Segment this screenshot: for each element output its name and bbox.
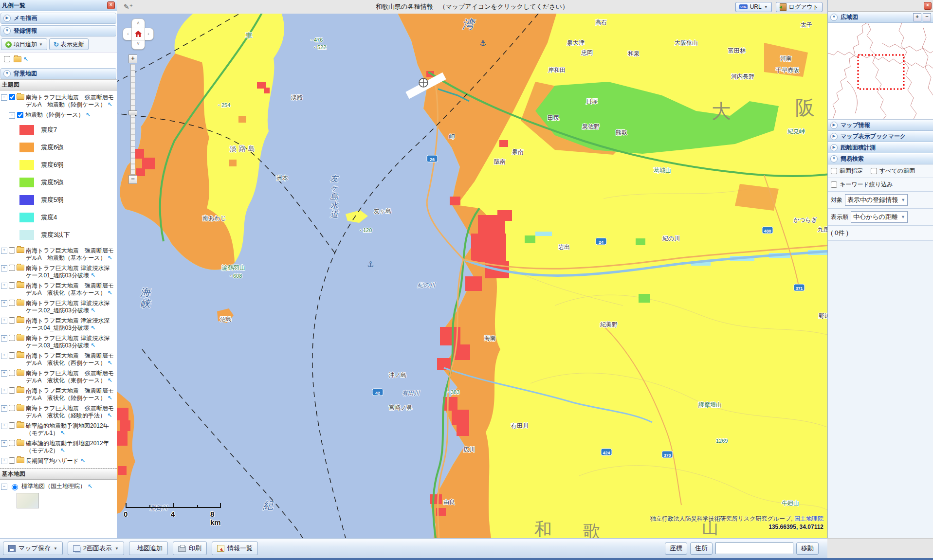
layer-checkbox[interactable] bbox=[9, 440, 15, 446]
layer-checkbox[interactable] bbox=[9, 94, 15, 100]
jump-to-icon[interactable]: ↖ bbox=[108, 395, 112, 401]
layer-checkbox[interactable] bbox=[9, 265, 15, 271]
jump-to-icon[interactable]: ↖ bbox=[108, 101, 112, 108]
zoom-out-button[interactable]: − bbox=[128, 175, 137, 184]
overview-map[interactable] bbox=[828, 23, 933, 120]
expand-icon[interactable]: + bbox=[1, 335, 7, 342]
layer-label: 南海トラフ巨大地震 津波浸水深 ケース01_堤防03分破壊 ↖ bbox=[26, 265, 116, 279]
expand-icon[interactable]: + bbox=[1, 265, 7, 271]
jump-to-icon[interactable]: ↖ bbox=[108, 254, 112, 261]
target-select[interactable]: 表示中の登録情報 ▼ bbox=[845, 194, 908, 206]
印刷-button[interactable]: 印刷 bbox=[173, 542, 207, 555]
layer-label: 南海トラフ巨大地震 強震断層モデルA 地震動（陸側ケース） ↖ bbox=[26, 94, 116, 108]
order-select[interactable]: 中心からの距離 ▼ bbox=[851, 211, 908, 223]
logout-button[interactable]: ログアウト bbox=[776, 2, 823, 12]
expand-icon[interactable]: + bbox=[1, 283, 7, 289]
jump-to-icon[interactable]: ↖ bbox=[60, 430, 65, 436]
jump-to-icon[interactable]: ↖ bbox=[86, 111, 91, 118]
2画面表示-button[interactable]: 2画面表示▼ bbox=[68, 542, 124, 555]
expand-icon[interactable]: + bbox=[1, 300, 7, 307]
expand-icon[interactable]: + bbox=[1, 440, 7, 447]
jump-to-icon[interactable]: ↖ bbox=[88, 484, 92, 489]
collapse-icon[interactable]: − bbox=[1, 94, 7, 101]
layer-checkbox[interactable] bbox=[9, 282, 15, 289]
overview-zoom-in-button[interactable]: + bbox=[913, 13, 921, 21]
sublayer-checkbox[interactable] bbox=[17, 112, 23, 118]
base-layer-radio[interactable] bbox=[12, 484, 18, 490]
pan-down-button[interactable]: ˅ bbox=[131, 39, 145, 50]
move-button[interactable]: 移動 bbox=[796, 542, 819, 555]
registered-root-checkbox[interactable] bbox=[4, 56, 10, 62]
expand-icon[interactable]: + bbox=[1, 423, 7, 429]
zoom-track[interactable] bbox=[130, 64, 135, 175]
zoom-in-button[interactable]: + bbox=[128, 54, 137, 63]
folder-icon bbox=[17, 405, 24, 411]
draw-pin-icon[interactable]: ✎⁺ bbox=[124, 3, 133, 11]
chevron-down-icon: ▼ bbox=[3, 70, 11, 77]
jump-to-icon[interactable]: ↖ bbox=[91, 325, 95, 331]
expand-icon[interactable]: + bbox=[1, 388, 7, 394]
expand-icon[interactable]: + bbox=[1, 318, 7, 324]
expand-icon[interactable]: + bbox=[1, 353, 7, 359]
expand-icon[interactable]: + bbox=[1, 370, 7, 377]
layer-checkbox[interactable] bbox=[9, 422, 15, 429]
range-select-checkbox[interactable] bbox=[831, 168, 837, 174]
layer-checkbox[interactable] bbox=[9, 317, 15, 324]
expand-icon[interactable]: + bbox=[1, 248, 7, 254]
layer-checkbox[interactable] bbox=[9, 300, 15, 306]
location-search-input[interactable] bbox=[715, 542, 793, 554]
coordinates-button[interactable]: 座標 bbox=[665, 542, 687, 555]
panel-memo-draw[interactable]: ▶ メモ描画 bbox=[0, 13, 116, 24]
pan-up-button[interactable]: ˄ bbox=[131, 18, 145, 29]
gsi-link[interactable]: 国土地理院 bbox=[794, 515, 823, 522]
jump-to-icon[interactable]: ↖ bbox=[91, 342, 95, 349]
keyword-filter-checkbox[interactable] bbox=[831, 181, 837, 188]
url-button[interactable]: URL URL ▼ bbox=[735, 2, 771, 12]
map-label: 貝塚 bbox=[586, 98, 598, 105]
jump-to-icon[interactable]: ↖ bbox=[108, 289, 112, 296]
panel-簡易検索[interactable]: ▼簡易検索 bbox=[828, 153, 933, 164]
panel-マップ情報[interactable]: ▶マップ情報 bbox=[828, 120, 933, 131]
refresh-display-button[interactable]: ↻ 表示更新 bbox=[49, 38, 89, 50]
map-label: 沼島 bbox=[220, 316, 232, 323]
panel-overview-map[interactable]: ▼ 広域図 + − bbox=[828, 12, 933, 23]
zoom-handle[interactable] bbox=[128, 110, 137, 115]
all-range-checkbox[interactable] bbox=[871, 168, 877, 174]
panel-registered-info[interactable]: ▼ 登録情報 bbox=[0, 25, 116, 36]
layer-checkbox[interactable] bbox=[9, 352, 15, 359]
jump-to-icon[interactable]: ↖ bbox=[108, 360, 112, 366]
panel-距離面積計測[interactable]: ▶距離面積計測 bbox=[828, 142, 933, 153]
jump-to-icon[interactable]: ↖ bbox=[108, 377, 112, 384]
expand-icon[interactable]: + bbox=[1, 405, 7, 412]
map-viewport[interactable]: 262448037037142442 湾友ヶ島水道海峡紀紀の川有田川那賀川友ヶ島… bbox=[117, 14, 827, 538]
jump-to-icon[interactable]: ↖ bbox=[80, 457, 85, 464]
jump-to-icon[interactable]: ↖ bbox=[91, 272, 95, 279]
address-button[interactable]: 住所 bbox=[690, 542, 713, 555]
jump-to-icon[interactable]: ↖ bbox=[91, 307, 95, 314]
jump-to-icon[interactable]: ↖ bbox=[23, 57, 28, 62]
layer-checkbox[interactable] bbox=[9, 405, 15, 411]
地図追加-button[interactable]: 地図追加 bbox=[129, 542, 168, 555]
home-button[interactable] bbox=[131, 28, 145, 40]
base-layer-thumbnail[interactable] bbox=[17, 493, 39, 508]
layer-label: 南海トラフ巨大地震 津波浸水深 ケース03_堤防03分破壊 ↖ bbox=[26, 335, 116, 349]
layer-checkbox[interactable] bbox=[9, 335, 15, 341]
add-item-button[interactable]: + 項目追加 ▼ bbox=[1, 38, 47, 50]
layer-checkbox[interactable] bbox=[9, 457, 15, 464]
expand-icon[interactable]: + bbox=[1, 458, 7, 464]
map-label: 淡路 bbox=[291, 94, 303, 101]
情報一覧-button[interactable]: 情報一覧 bbox=[212, 542, 258, 555]
マップ保存-button[interactable]: マップ保存▼ bbox=[3, 542, 63, 555]
jump-to-icon[interactable]: ↖ bbox=[60, 447, 65, 454]
layer-checkbox[interactable] bbox=[9, 387, 15, 394]
panel-マップ表示ブックマーク[interactable]: ▶マップ表示ブックマーク bbox=[828, 131, 933, 142]
overview-zoom-out-button[interactable]: − bbox=[923, 13, 931, 21]
collapse-icon[interactable]: − bbox=[9, 112, 15, 119]
collapse-icon[interactable]: − bbox=[1, 484, 7, 490]
layer-checkbox[interactable] bbox=[9, 370, 15, 376]
close-icon[interactable]: × bbox=[107, 1, 115, 9]
jump-to-icon[interactable]: ↖ bbox=[107, 412, 112, 419]
close-icon[interactable]: × bbox=[924, 2, 932, 10]
panel-background-map[interactable]: ▼ 背景地図 bbox=[0, 68, 116, 79]
layer-checkbox[interactable] bbox=[9, 247, 15, 253]
